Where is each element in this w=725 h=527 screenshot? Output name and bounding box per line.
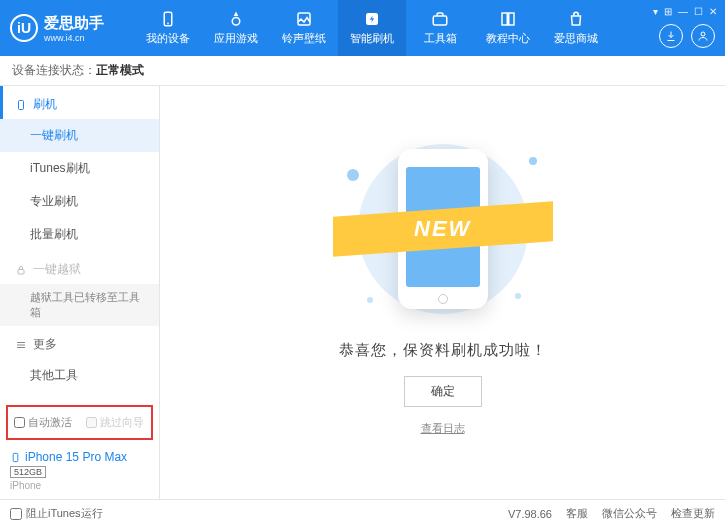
toolbox-icon (431, 10, 449, 28)
app-header: iU 爱思助手 www.i4.cn 我的设备 应用游戏 铃声壁纸 智能刷机 工具… (0, 0, 725, 56)
sidebar-group-jailbreak: 一键越狱 (0, 251, 159, 284)
maximize-icon[interactable]: ☐ (694, 6, 703, 17)
footer: 阻止iTunes运行 V7.98.66 客服 微信公众号 检查更新 (0, 499, 725, 527)
sidebar-group-more[interactable]: 更多 (0, 326, 159, 359)
checkbox-block-itunes[interactable]: 阻止iTunes运行 (10, 506, 103, 521)
device-name-text: iPhone 15 Pro Max (25, 450, 127, 464)
download-button[interactable] (659, 24, 683, 48)
sidebar-item-other[interactable]: 其他工具 (0, 359, 159, 392)
svg-point-6 (701, 32, 705, 36)
ribbon-text: NEW (414, 216, 471, 242)
sidebar-item-firmware[interactable]: 下载固件 (0, 392, 159, 401)
status-bar: 设备连接状态： 正常模式 (0, 56, 725, 86)
status-label: 设备连接状态： (12, 62, 96, 79)
wallpaper-icon (295, 10, 313, 28)
app-url: www.i4.cn (44, 33, 104, 43)
nav-apps[interactable]: 应用游戏 (202, 0, 270, 56)
nav-flash[interactable]: 智能刷机 (338, 0, 406, 56)
grid-icon[interactable]: ⊞ (664, 6, 672, 17)
nav-tutorials[interactable]: 教程中心 (474, 0, 542, 56)
success-illustration: NEW (343, 129, 543, 329)
checkbox-auto-activate[interactable]: 自动激活 (14, 415, 72, 430)
sidebar-item-itunes[interactable]: iTunes刷机 (0, 152, 159, 185)
store-icon (567, 10, 585, 28)
sidebar-item-batch[interactable]: 批量刷机 (0, 218, 159, 251)
download-icon (665, 30, 677, 42)
nav-store[interactable]: 爱思商城 (542, 0, 610, 56)
flash-icon (363, 10, 381, 28)
svg-point-2 (232, 18, 240, 26)
footer-support[interactable]: 客服 (566, 506, 588, 521)
svg-rect-7 (19, 100, 24, 109)
sidebar-group-flash[interactable]: 刷机 (0, 86, 159, 119)
highlighted-checkbox-row: 自动激活 跳过向导 (6, 405, 153, 440)
svg-rect-12 (13, 453, 18, 461)
svg-rect-5 (433, 16, 447, 25)
book-icon (499, 10, 517, 28)
svg-rect-8 (18, 269, 24, 274)
main-content: NEW 恭喜您，保资料刷机成功啦！ 确定 查看日志 (160, 86, 725, 499)
menu-icon[interactable]: ▾ (653, 6, 658, 17)
more-icon (15, 339, 27, 351)
sidebar-item-oneclick[interactable]: 一键刷机 (0, 119, 159, 152)
lock-icon (15, 264, 27, 276)
user-button[interactable] (691, 24, 715, 48)
phone-icon (10, 452, 21, 463)
footer-wechat[interactable]: 微信公众号 (602, 506, 657, 521)
status-value: 正常模式 (96, 62, 144, 79)
flash-group-icon (15, 99, 27, 111)
device-storage: 512GB (10, 466, 46, 478)
close-icon[interactable]: ✕ (709, 6, 717, 17)
footer-update[interactable]: 检查更新 (671, 506, 715, 521)
success-message: 恭喜您，保资料刷机成功啦！ (339, 341, 547, 360)
minimize-icon[interactable]: — (678, 6, 688, 17)
device-icon (159, 10, 177, 28)
device-type: iPhone (10, 480, 149, 491)
top-nav: 我的设备 应用游戏 铃声壁纸 智能刷机 工具箱 教程中心 爱思商城 (134, 0, 610, 56)
sidebar-item-pro[interactable]: 专业刷机 (0, 185, 159, 218)
nav-toolbox[interactable]: 工具箱 (406, 0, 474, 56)
app-title: 爱思助手 (44, 14, 104, 33)
checkbox-skip-setup[interactable]: 跳过向导 (86, 415, 144, 430)
ok-button[interactable]: 确定 (404, 376, 482, 407)
user-icon (697, 30, 709, 42)
nav-my-device[interactable]: 我的设备 (134, 0, 202, 56)
apps-icon (227, 10, 245, 28)
nav-ringtones[interactable]: 铃声壁纸 (270, 0, 338, 56)
window-controls: ▾ ⊞ — ☐ ✕ (653, 6, 717, 17)
device-info[interactable]: iPhone 15 Pro Max 512GB iPhone (0, 444, 159, 499)
sidebar: 刷机 一键刷机 iTunes刷机 专业刷机 批量刷机 一键越狱 越狱工具已转移至… (0, 86, 160, 499)
logo: iU 爱思助手 www.i4.cn (10, 14, 104, 43)
version-label: V7.98.66 (508, 508, 552, 520)
view-log-link[interactable]: 查看日志 (421, 421, 465, 436)
sidebar-jailbreak-note: 越狱工具已转移至工具箱 (0, 284, 159, 326)
logo-icon: iU (10, 14, 38, 42)
